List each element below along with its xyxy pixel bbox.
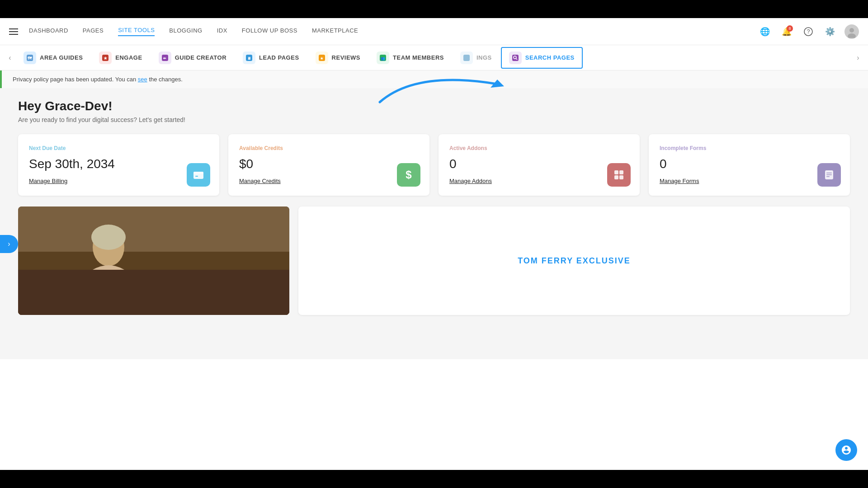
lead-pages-label: LEAD PAGES	[259, 54, 299, 61]
guide-creator-label: GUIDE CREATOR	[175, 54, 226, 61]
nav-follow-up-boss[interactable]: FOLLOW UP BOSS	[242, 27, 297, 36]
nav-blogging[interactable]: BLOGGING	[169, 27, 202, 36]
svg-text:★: ★	[320, 56, 324, 61]
svg-point-34	[91, 225, 126, 250]
card-credits-value: $0	[239, 157, 419, 171]
manage-billing-link[interactable]: Manage Billing	[29, 178, 67, 184]
team-members-icon: 👥	[377, 52, 389, 64]
sub-nav-next[interactable]: ›	[852, 52, 864, 64]
card-incomplete-forms: Incomplete Forms 0 Manage Forms	[649, 134, 850, 196]
left-sidebar-toggle[interactable]: ›	[0, 235, 18, 253]
content-area: Hey Grace-Dev! Are you ready to find you…	[0, 88, 868, 359]
svg-rect-35	[18, 270, 289, 315]
sub-nav-search-pages[interactable]: SEARCH PAGES	[501, 47, 583, 69]
team-members-label: TEAM MEMBERS	[393, 54, 444, 61]
sub-nav-reviews[interactable]: ★ REVIEWS	[308, 48, 368, 68]
card-credits-label: Available Credits	[239, 145, 419, 151]
card-credits-icon: $	[397, 163, 420, 187]
nav-site-tools[interactable]: SITE TOOLS	[118, 27, 155, 36]
svg-point-3	[848, 33, 856, 38]
bottom-black-bar	[0, 470, 868, 488]
svg-text:?: ?	[807, 28, 810, 35]
card-forms-label: Incomplete Forms	[660, 145, 839, 151]
guide-creator-icon: ✏	[159, 52, 171, 64]
svg-rect-29	[826, 174, 832, 175]
hamburger-menu[interactable]	[9, 28, 18, 35]
svg-rect-30	[826, 176, 830, 177]
alert-banner: Privacy policy page has been updated. Yo…	[0, 70, 868, 88]
nav-links: DASHBOARD PAGES SITE TOOLS BLOGGING IDX …	[29, 27, 758, 36]
listings-label: INGS	[476, 54, 492, 61]
nav-pages[interactable]: PAGES	[83, 27, 104, 36]
welcome-subtitle: Are you ready to find your digital succe…	[18, 116, 850, 123]
cards-row: Next Due Date Sep 30th, 2034 Manage Bill…	[18, 134, 850, 196]
sub-nav-listings[interactable]: INGS	[453, 48, 499, 68]
chat-assistant-button[interactable]	[835, 439, 857, 461]
card-available-credits: Available Credits $0 Manage Credits $	[228, 134, 429, 196]
svg-text:★: ★	[104, 56, 108, 61]
sub-nav-engage[interactable]: ★ ENGAGE	[92, 48, 149, 68]
notification-count: 8	[787, 25, 793, 32]
card-next-due-icon	[187, 163, 210, 187]
card-active-addons: Active Addons 0 Manage Addons	[439, 134, 640, 196]
notifications-icon[interactable]: 🔔 8	[779, 24, 794, 39]
sub-nav-guide-creator[interactable]: ✏ GUIDE CREATOR	[151, 48, 234, 68]
nav-marketplace[interactable]: MARKETPLACE	[312, 27, 358, 36]
svg-text:👥: 👥	[381, 56, 386, 61]
welcome-title: Hey Grace-Dev!	[18, 99, 850, 113]
alert-text-after: the changes.	[147, 76, 183, 83]
top-nav: DASHBOARD PAGES SITE TOOLS BLOGGING IDX …	[0, 18, 868, 45]
main-content: Hey Grace-Dev! Are you ready to find you…	[0, 88, 868, 326]
user-avatar[interactable]	[844, 24, 859, 39]
sub-nav-lead-pages[interactable]: 🖥 LEAD PAGES	[236, 48, 307, 68]
tom-ferry-card: TOM FERRY EXCLUSIVE	[298, 206, 850, 315]
manage-forms-link[interactable]: Manage Forms	[660, 178, 699, 184]
manage-addons-link[interactable]: Manage Addons	[449, 178, 492, 184]
video-placeholder	[18, 206, 289, 315]
svg-text:🖥: 🖥	[247, 56, 251, 61]
manage-credits-link[interactable]: Manage Credits	[239, 178, 281, 184]
settings-icon[interactable]: ⚙️	[823, 24, 837, 39]
svg-rect-17	[512, 55, 519, 61]
svg-rect-26	[619, 175, 623, 179]
svg-text:✏: ✏	[163, 56, 167, 61]
alert-text: Privacy policy page has been updated. Yo…	[13, 76, 138, 83]
bottom-section: TOM FERRY EXCLUSIVE	[18, 206, 850, 315]
engage-label: ENGAGE	[115, 54, 142, 61]
sub-nav-team-members[interactable]: 👥 TEAM MEMBERS	[369, 48, 451, 68]
card-forms-value: 0	[660, 157, 839, 171]
sub-nav-items: 🗺 AREA GUIDES ★ ENGAGE ✏ GUIDE CREATOR	[16, 47, 852, 69]
svg-text:🗺: 🗺	[28, 56, 32, 61]
svg-rect-25	[614, 175, 618, 179]
area-guides-label: AREA GUIDES	[40, 54, 83, 61]
card-addons-label: Active Addons	[449, 145, 629, 151]
sub-nav-prev[interactable]: ‹	[4, 52, 16, 64]
nav-right-icons: 🌐 🔔 8 ? ⚙️	[758, 24, 859, 39]
card-addons-icon	[607, 163, 631, 187]
listings-icon	[460, 52, 473, 64]
nav-idx[interactable]: IDX	[217, 27, 227, 36]
area-guides-icon: 🗺	[24, 52, 36, 64]
tom-ferry-label: TOM FERRY EXCLUSIVE	[518, 256, 631, 266]
svg-rect-23	[614, 170, 618, 174]
sub-nav: ‹ 🗺 AREA GUIDES ★ ENGAGE ✏ GUI	[0, 45, 868, 70]
nav-dashboard[interactable]: DASHBOARD	[29, 27, 68, 36]
sub-nav-area-guides[interactable]: 🗺 AREA GUIDES	[16, 48, 90, 68]
svg-rect-24	[619, 170, 623, 174]
reviews-icon: ★	[316, 52, 328, 64]
card-next-due-label: Next Due Date	[29, 145, 208, 151]
svg-rect-28	[826, 173, 832, 174]
search-pages-label: SEARCH PAGES	[525, 54, 575, 61]
top-black-bar	[0, 0, 868, 18]
svg-rect-21	[193, 172, 203, 174]
lead-pages-icon: 🖥	[243, 52, 255, 64]
svg-rect-16	[463, 55, 470, 61]
card-addons-value: 0	[449, 157, 629, 171]
svg-point-2	[849, 28, 854, 33]
svg-rect-22	[195, 176, 198, 177]
help-icon[interactable]: ?	[801, 24, 816, 39]
card-next-due-date: Next Due Date Sep 30th, 2034 Manage Bill…	[18, 134, 219, 196]
alert-link[interactable]: see	[138, 76, 147, 83]
card-next-due-value: Sep 30th, 2034	[29, 157, 208, 171]
globe-icon[interactable]: 🌐	[758, 24, 772, 39]
